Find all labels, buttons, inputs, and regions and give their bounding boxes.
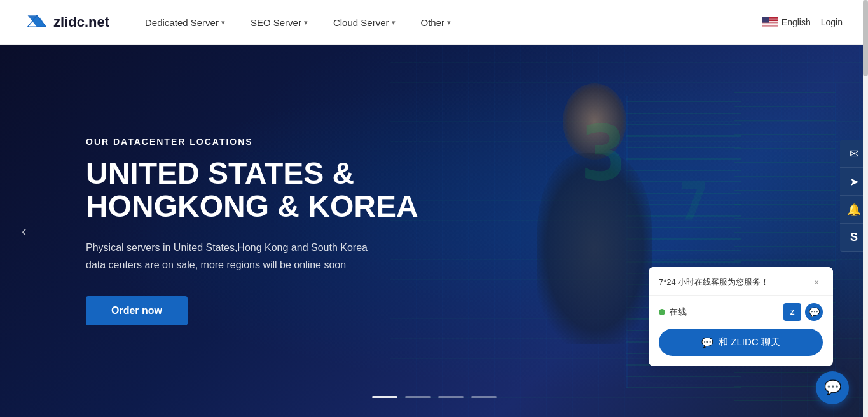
- chat-brand-icon: Z: [783, 303, 801, 321]
- carousel-prev-button[interactable]: ‹: [13, 220, 36, 243]
- nav-cloud-server[interactable]: Cloud Server ▾: [323, 12, 406, 33]
- skype-icon: S: [850, 231, 858, 244]
- bell-icon: 🔔: [847, 203, 861, 217]
- start-chat-button[interactable]: 💬 和 ZLIDC 聊天: [659, 329, 823, 356]
- nav-right: English Login: [762, 17, 843, 27]
- svg-rect-13: [762, 17, 769, 23]
- hero-subtitle: OUR DATACENTER LOCATIONS: [86, 137, 445, 147]
- carousel-dots: [372, 396, 497, 398]
- hero-title: UNITED STATES & HONGKONG & KOREA: [86, 157, 445, 224]
- online-indicator: 在线: [659, 306, 687, 318]
- decorative-number: 3: [581, 109, 626, 197]
- navbar: zlidc.net Dedicated Server ▾ SEO Server …: [0, 0, 868, 45]
- chat-popup-header: 7*24 小时在线客服为您服务！ ×: [649, 267, 833, 296]
- chat-logo: Z 💬: [783, 303, 823, 321]
- svg-rect-11: [762, 26, 778, 27]
- chat-message-icon: 💬: [805, 303, 823, 321]
- scrollbar-track: [863, 0, 868, 417]
- chevron-down-icon: ▾: [392, 18, 396, 27]
- online-label: 在线: [669, 306, 687, 318]
- carousel-dot-2[interactable]: [405, 396, 431, 398]
- flag-icon: [762, 17, 778, 27]
- svg-rect-10: [762, 25, 778, 25]
- chevron-down-icon: ▾: [221, 18, 225, 27]
- chat-popup-close-button[interactable]: ×: [810, 276, 823, 289]
- chevron-down-icon: ▾: [304, 18, 308, 27]
- logo-svg: [25, 11, 48, 34]
- logo-text: zlidc.net: [53, 14, 109, 31]
- language-selector[interactable]: English: [762, 17, 811, 27]
- scrollbar-thumb[interactable]: [863, 0, 868, 76]
- online-status-dot: [659, 309, 665, 315]
- language-label: English: [782, 17, 811, 27]
- floating-chat-button[interactable]: 💬: [816, 371, 849, 404]
- chat-popup-title: 7*24 小时在线客服为您服务！: [659, 277, 769, 288]
- chat-online-row: 在线 Z 💬: [649, 296, 833, 329]
- carousel-dot-1[interactable]: [372, 396, 397, 398]
- carousel-dot-4[interactable]: [471, 396, 497, 398]
- chevron-down-icon: ▾: [447, 18, 451, 27]
- send-icon: ➤: [850, 175, 859, 189]
- nav-other[interactable]: Other ▾: [411, 12, 462, 33]
- svg-rect-7: [762, 23, 778, 24]
- chat-popup: 7*24 小时在线客服为您服务！ × 在线 Z 💬 💬 和 ZLIDC 聊天: [649, 267, 833, 366]
- login-link[interactable]: Login: [821, 17, 843, 27]
- hero-content: OUR DATACENTER LOCATIONS UNITED STATES &…: [0, 137, 445, 326]
- chat-icon: 💬: [701, 337, 713, 348]
- hero-description: Physical servers in United States,Hong K…: [86, 239, 445, 273]
- svg-rect-12: [762, 27, 778, 27]
- carousel-dot-3[interactable]: [438, 396, 464, 398]
- svg-rect-8: [762, 24, 778, 24]
- logo[interactable]: zlidc.net: [25, 11, 109, 34]
- envelope-icon: ✉: [850, 147, 859, 161]
- nav-seo-server[interactable]: SEO Server ▾: [240, 12, 318, 33]
- nav-links: Dedicated Server ▾ SEO Server ▾ Cloud Se…: [135, 12, 762, 33]
- nav-dedicated-server[interactable]: Dedicated Server ▾: [135, 12, 235, 33]
- decorative-number-2: 7: [679, 172, 709, 231]
- order-now-button[interactable]: Order now: [86, 296, 188, 325]
- svg-rect-9: [762, 24, 778, 25]
- chat-bubble-icon: 💬: [824, 379, 841, 396]
